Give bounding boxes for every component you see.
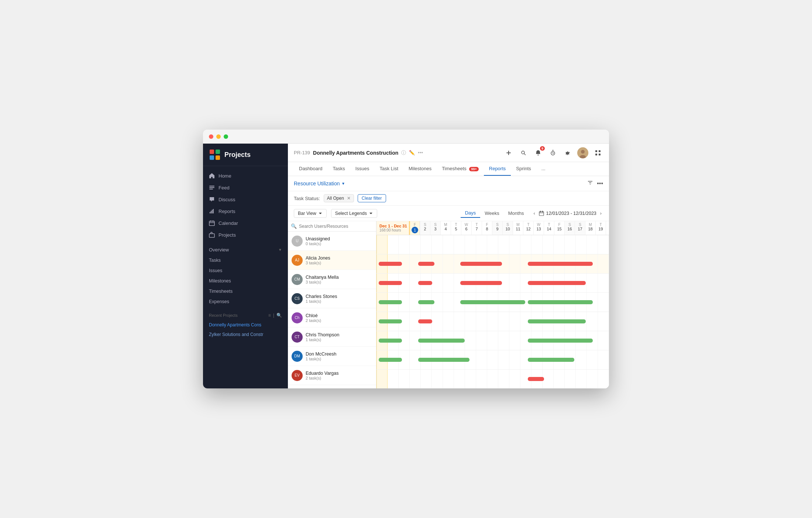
- dropdown-arrow-icon: [318, 211, 323, 216]
- svg-rect-0: [210, 150, 214, 154]
- info-icon[interactable]: ⓘ: [401, 150, 406, 156]
- chevron-down-icon: ▾: [342, 181, 344, 186]
- gantt-header: Dec 1 - Dec 31 168:00 hours F 1 S2S3M4T5…: [376, 221, 609, 235]
- search-projects-icon[interactable]: 🔍: [276, 313, 282, 318]
- gantt-body-row: [376, 370, 609, 388]
- day-header-cell: W6: [461, 221, 472, 235]
- tab-dashboard[interactable]: Dashboard: [294, 162, 328, 176]
- gantt-bar: [418, 300, 434, 304]
- filter-icon[interactable]: ≡: [268, 313, 271, 318]
- svg-rect-8: [211, 211, 211, 213]
- minimize-button[interactable]: [216, 134, 221, 139]
- grid-menu-button[interactable]: [593, 148, 603, 158]
- user-avatar: U: [292, 236, 303, 247]
- tab-tasks[interactable]: Tasks: [328, 162, 350, 176]
- search-users-input[interactable]: [299, 224, 373, 229]
- sidebar-item-home[interactable]: Home: [203, 170, 288, 182]
- prev-date-btn[interactable]: ‹: [532, 210, 536, 217]
- resource-utilization-btn[interactable]: Resource Utilization ▾: [294, 181, 344, 186]
- user-info: Unassigned 0 task(s): [306, 236, 372, 246]
- tab-more[interactable]: ...: [536, 162, 551, 176]
- project-name: Donnelly Apartments Construction: [313, 150, 398, 156]
- close-button[interactable]: [209, 134, 213, 139]
- tab-reports[interactable]: Reports: [484, 162, 511, 176]
- search-button[interactable]: [518, 148, 529, 158]
- add-button[interactable]: [503, 148, 514, 158]
- task-status-label: Task Status:: [294, 196, 320, 201]
- tab-timesheets[interactable]: Timesheets 99+: [437, 162, 484, 176]
- gantt-bar: [418, 319, 432, 323]
- tab-sprints[interactable]: Sprints: [511, 162, 536, 176]
- sidebar-item-feed[interactable]: Feed: [203, 182, 288, 193]
- gantt-user-row: Ch Chloé 2 task(s): [288, 308, 376, 327]
- user-tasks: 0 task(s): [306, 241, 372, 246]
- content-area: Resource Utilization ▾ ••• Task Status: …: [288, 176, 609, 388]
- day-header-cell: W20: [606, 221, 609, 235]
- user-info: Chloé 2 task(s): [306, 313, 372, 323]
- sidebar-item-tasks[interactable]: Tasks: [203, 255, 288, 265]
- sidebar-item-calendar[interactable]: Calendar: [203, 217, 288, 229]
- gantt-body-row: [376, 312, 609, 331]
- filter-icon[interactable]: [587, 180, 593, 187]
- gantt-bar: [379, 339, 402, 343]
- chart-toolbar-right: Days Weeks Months ‹ 12/01/2023 - 12/31/2…: [461, 209, 603, 218]
- sidebar-item-projects[interactable]: Projects: [203, 229, 288, 241]
- settings-button[interactable]: [562, 148, 573, 158]
- gantt-body-row: [376, 293, 609, 312]
- day-header-cell: S3: [430, 221, 441, 235]
- titlebar: [203, 130, 609, 144]
- next-date-btn[interactable]: ›: [599, 210, 603, 217]
- svg-rect-4: [209, 186, 214, 186]
- recent-project-donnelly[interactable]: Donnelly Apartments Cons: [203, 320, 288, 330]
- legends-dropdown[interactable]: Select Legends: [331, 209, 377, 218]
- more-options-icon[interactable]: •••: [597, 180, 603, 187]
- sidebar-item-discuss[interactable]: Discuss: [203, 193, 288, 205]
- user-tasks: 3 task(s): [306, 280, 372, 284]
- sidebar-item-expenses[interactable]: Expenses: [203, 296, 288, 307]
- user-avatar[interactable]: [577, 147, 588, 158]
- weeks-tab[interactable]: Weeks: [480, 209, 504, 217]
- gantt-right-panel: Dec 1 - Dec 31 168:00 hours F 1 S2S3M4T5…: [376, 221, 609, 388]
- more-icon[interactable]: •••: [418, 150, 423, 155]
- svg-rect-13: [210, 220, 211, 222]
- svg-rect-1: [216, 150, 220, 154]
- user-avatar: CM: [292, 274, 303, 285]
- calendar-nav-icon[interactable]: [539, 211, 544, 216]
- tab-task-list[interactable]: Task List: [374, 162, 403, 176]
- svg-rect-7: [210, 212, 210, 213]
- notification-button[interactable]: 9: [533, 148, 543, 158]
- user-name: Chaitanya Mella: [306, 275, 372, 280]
- sidebar-item-reports[interactable]: Reports: [203, 205, 288, 217]
- timer-button[interactable]: [548, 148, 558, 158]
- day-header-cell: F15: [554, 221, 565, 235]
- today-header-col: F 1: [410, 221, 420, 235]
- months-tab[interactable]: Months: [504, 209, 529, 217]
- search-icon: 🔍: [291, 223, 297, 229]
- topbar-icons: 9: [503, 147, 603, 158]
- gantt-bar: [528, 358, 574, 362]
- logo-text: Projects: [224, 151, 251, 159]
- sidebar-item-timesheets[interactable]: Timesheets: [203, 286, 288, 296]
- sidebar-item-milestones[interactable]: Milestones: [203, 276, 288, 286]
- recent-project-zylker[interactable]: Zylker Solutions and Constr: [203, 330, 288, 339]
- user-name: Alicia Jones: [306, 255, 372, 261]
- user-info: Eduardo Vargas 2 task(s): [306, 371, 372, 380]
- svg-rect-27: [599, 154, 601, 155]
- dropdown-arrow-icon: [369, 211, 373, 216]
- maximize-button[interactable]: [224, 134, 228, 139]
- feed-icon: [209, 185, 215, 191]
- sidebar-item-issues[interactable]: Issues: [203, 265, 288, 276]
- svg-rect-11: [209, 221, 214, 226]
- clear-filter-button[interactable]: Clear filter: [358, 194, 386, 202]
- tab-milestones[interactable]: Milestones: [403, 162, 437, 176]
- remove-filter-icon[interactable]: ✕: [347, 196, 351, 201]
- bar-view-dropdown[interactable]: Bar View: [294, 209, 327, 218]
- sidebar-overview-header[interactable]: Overview ▼: [203, 244, 288, 255]
- edit-icon[interactable]: ✏️: [409, 150, 415, 155]
- days-tab[interactable]: Days: [461, 209, 481, 218]
- app-body: Projects Home Feed Discuss Repo: [203, 144, 609, 388]
- home-icon: [209, 173, 215, 179]
- tab-issues[interactable]: Issues: [350, 162, 375, 176]
- day-header-cell: W13: [534, 221, 544, 235]
- gantt-user-row: EK Einhard Klein 2 task(s): [288, 385, 376, 388]
